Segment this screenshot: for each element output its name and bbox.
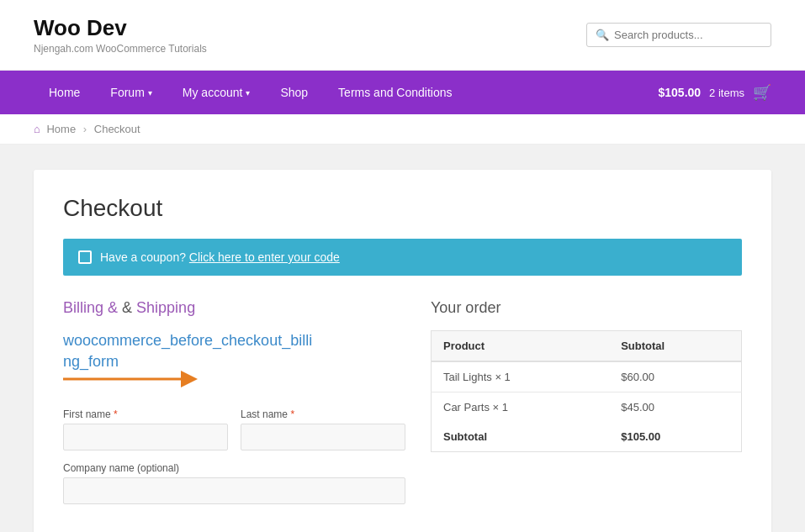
search-icon: 🔍: [596, 29, 609, 41]
company-input[interactable]: [63, 477, 405, 504]
billing-section-title: Billing & & Shipping: [63, 299, 405, 317]
first-name-group: First name *: [63, 408, 228, 450]
checkout-columns: Billing & & Shipping woocommerce_before_…: [63, 299, 742, 516]
subtotal-label: Subtotal: [432, 422, 610, 452]
order-col: Your order Product Subtotal Tail Lights …: [431, 299, 742, 516]
col-product: Product: [432, 331, 610, 362]
site-branding: Woo Dev Njengah.com WooCommerce Tutorial…: [34, 15, 207, 55]
checkout-card: Checkout Have a coupon? Click here to en…: [34, 170, 771, 532]
form-row-name: First name * Last name *: [63, 408, 405, 450]
nav-links: Home Forum ▾ My account ▾ Shop Terms and…: [34, 71, 468, 114]
last-name-label: Last name *: [241, 408, 405, 420]
breadcrumb-separator: ›: [83, 123, 87, 135]
chevron-down-icon: ▾: [148, 88, 152, 97]
product-cell: Car Parts × 1: [432, 392, 610, 423]
nav-item-forum[interactable]: Forum ▾: [95, 71, 167, 114]
col-subtotal: Subtotal: [609, 331, 741, 362]
table-row: Tail Lights × 1 $60.00: [432, 361, 742, 392]
nav-item-home[interactable]: Home: [34, 71, 95, 114]
arrow-area: [63, 379, 405, 392]
company-label: Company name (optional): [63, 462, 405, 474]
coupon-checkbox-icon: [78, 250, 92, 264]
table-row: Car Parts × 1 $45.00: [432, 392, 742, 423]
nav-item-shop[interactable]: Shop: [265, 71, 323, 114]
coupon-bar: Have a coupon? Click here to enter your …: [63, 239, 742, 276]
subtotal-cell: $60.00: [609, 361, 741, 392]
last-name-input[interactable]: [241, 424, 405, 450]
company-group: Company name (optional): [63, 462, 405, 504]
order-section-title: Your order: [431, 299, 742, 317]
cart-amount: $105.00: [658, 86, 701, 99]
hook-text: woocommerce_before_checkout_billi ng_for…: [63, 330, 405, 392]
nav-item-terms[interactable]: Terms and Conditions: [323, 71, 467, 114]
nav-bar: Home Forum ▾ My account ▾ Shop Terms and…: [0, 71, 805, 114]
nav-item-myaccount[interactable]: My account ▾: [167, 71, 266, 114]
breadcrumb: ⌂ Home › Checkout: [0, 114, 805, 145]
cart-area: $105.00 2 items 🛒: [658, 83, 771, 102]
svg-marker-1: [181, 371, 198, 387]
subtotal-value: $105.00: [609, 422, 741, 452]
search-input[interactable]: [614, 29, 762, 41]
coupon-text: Have a coupon? Click here to enter your …: [100, 250, 340, 264]
home-icon: ⌂: [34, 123, 40, 135]
breadcrumb-home-link[interactable]: Home: [46, 123, 76, 135]
site-header: Woo Dev Njengah.com WooCommerce Tutorial…: [0, 0, 805, 71]
product-cell: Tail Lights × 1: [432, 361, 610, 392]
site-tagline: Njengah.com WooCommerce Tutorials: [34, 43, 207, 55]
billing-col: Billing & & Shipping woocommerce_before_…: [63, 299, 405, 516]
site-title: Woo Dev: [34, 15, 207, 41]
form-row-company: Company name (optional): [63, 462, 405, 504]
subtotal-row: Subtotal $105.00: [432, 422, 742, 452]
order-table-header-row: Product Subtotal: [432, 331, 742, 362]
coupon-link[interactable]: Click here to enter your code: [189, 250, 340, 264]
first-name-label: First name *: [63, 408, 228, 420]
search-box[interactable]: 🔍: [586, 23, 771, 47]
cart-count: 2 items: [709, 87, 744, 99]
subtotal-cell: $45.00: [609, 392, 741, 423]
required-star: *: [290, 408, 294, 420]
page-title: Checkout: [63, 195, 742, 222]
first-name-input[interactable]: [63, 424, 228, 450]
required-star: *: [114, 408, 118, 420]
chevron-down-icon: ▾: [246, 88, 250, 97]
order-table: Product Subtotal Tail Lights × 1 $60.00 …: [431, 330, 742, 452]
last-name-group: Last name *: [241, 408, 405, 450]
orange-arrow: [63, 366, 198, 392]
main-content: Checkout Have a coupon? Click here to en…: [0, 145, 805, 532]
cart-icon[interactable]: 🛒: [753, 83, 771, 102]
breadcrumb-current: Checkout: [94, 123, 140, 135]
